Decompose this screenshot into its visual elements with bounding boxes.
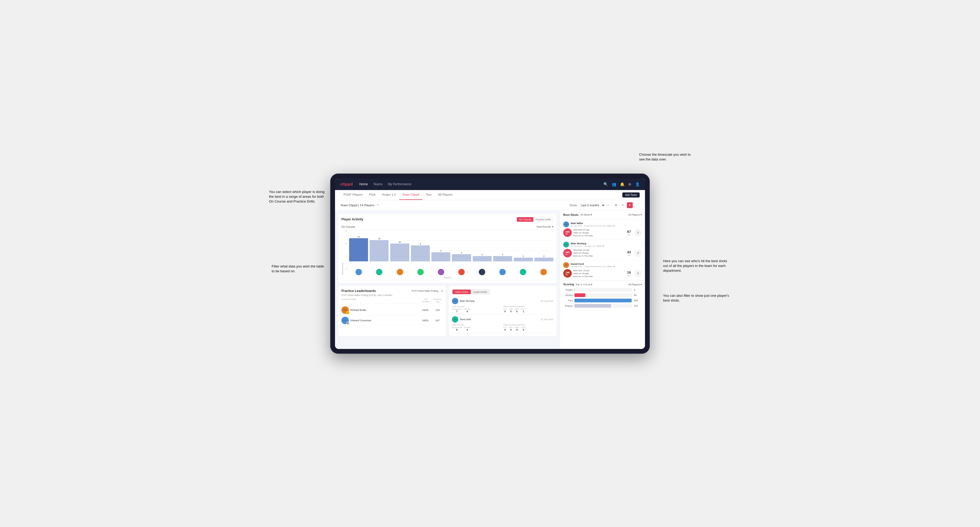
bars-row: 13 12 10 (349, 230, 554, 268)
tab-team-clippd[interactable]: Team Clippd (399, 190, 423, 200)
lb-filter[interactable]: PUTT Must Make Putting ... ▾ (412, 290, 443, 292)
bar-5 (452, 254, 471, 261)
stat-label-gtt-0: GTT (503, 308, 507, 310)
player-avatar-6 (479, 269, 485, 275)
player-avatar-9 (540, 269, 547, 275)
activity-toggle-group: On Course Practice Drills (517, 217, 554, 222)
scoring-fill-bogeys (574, 304, 611, 308)
nav-link-performance[interactable]: My Performance (388, 181, 412, 187)
tablet-screen: clippd Home Teams My Performance 🔍 👥 🔔 ⊕… (335, 178, 645, 349)
annotation-right-mid: Here you can see who's hit the best shot… (663, 259, 732, 273)
shot-metric-dist-2: 16 yds (625, 270, 633, 276)
users-icon[interactable]: 👥 (612, 182, 616, 186)
practice-drills-toggle[interactable]: Practice Drills (533, 217, 553, 222)
annotation-left-bottom: Filter what data you wish the table to b… (272, 264, 325, 274)
shot-card-1[interactable]: BM Blair McHarg 23 Jul 2023 · Ashridge G… (560, 240, 645, 260)
menu-view-button[interactable]: ⋮ (634, 202, 640, 208)
bell-icon[interactable]: 🔔 (620, 182, 625, 186)
tab-all-players[interactable]: All Players (435, 190, 456, 200)
scoring-players-filter[interactable]: All Players ▾ (628, 283, 642, 286)
scoring-label-bogeys: Bogeys (563, 305, 573, 307)
bars-container: 13 12 10 (349, 230, 554, 275)
shot-player-info-2: David Ford 24 Aug 2023 · Royal North Dev… (571, 262, 639, 268)
lb-rank-badge-0: 1 (346, 311, 349, 314)
bar-4 (431, 252, 450, 261)
stat-value-app-0: 0 (510, 310, 512, 313)
activity-player-header-0: BM Blair McHarg 26 Aug 2023 (452, 298, 554, 304)
stat-label-arg-0: ARG (515, 308, 519, 310)
edit-icon[interactable]: ✎ (377, 203, 379, 207)
shot-player-avatar-1: BM (563, 242, 569, 248)
activity-stat-app-1: APP 0 (509, 327, 513, 331)
shot-player-row-0: MM Matt Miller 09 Jun 2023 · Royal North… (563, 221, 642, 227)
bar-label-4: 5 (441, 250, 442, 252)
shot-card-2[interactable]: DF David Ford 24 Aug 2023 · Royal North … (560, 260, 645, 281)
shot-info-1: Shot Dist: 43 yds Start Lie: Rough End L… (573, 249, 623, 258)
stat-label-gtt-1: GTT (503, 327, 507, 329)
tab-pgat-players[interactable]: PGAT Players (340, 190, 366, 200)
view-icons: ⊞ ≡ ♥ ⋮ (613, 202, 640, 208)
plus-icon[interactable]: ⊕ (628, 182, 632, 186)
activity-stat-app-0: APP 0 (509, 308, 513, 313)
nav-link-home[interactable]: Home (359, 181, 368, 187)
user-icon[interactable]: 👤 (635, 182, 640, 186)
filter-label: Total Rounds (536, 225, 551, 228)
tab-hcaps[interactable]: Hcaps 1-5 (379, 190, 399, 200)
least-active-toggle[interactable]: Least Active (471, 290, 490, 294)
team-name-label: Team Clippd | 14 Players (340, 204, 374, 207)
activity-rounds-row-0: Tournament 7 Practice 6 (452, 308, 502, 313)
nav-link-teams[interactable]: Teams (373, 181, 382, 187)
lb-avg-1: 107 (432, 319, 443, 322)
activity-avatar-0: BM (452, 298, 458, 304)
shot-player-avatar-0: MM (563, 221, 569, 227)
chart-filter[interactable]: Total Rounds ▾ (536, 225, 554, 228)
list-view-button[interactable]: ≡ (620, 202, 626, 208)
activity-stat-practice-1: Practice 4 (464, 327, 471, 331)
search-icon[interactable]: 🔍 (603, 182, 608, 186)
lb-score-0: 19/20 (420, 308, 431, 311)
lb-avg-0: 110 (432, 308, 443, 311)
tab-pga[interactable]: PGA (366, 190, 379, 200)
shot-card-0[interactable]: MM Matt Miller 09 Jun 2023 · Royal North… (560, 219, 645, 240)
bar-group-3: 9 (411, 243, 430, 261)
activity-card: Most Active Least Active BM Blair McHarg (449, 286, 557, 336)
lb-row-0: RB 1 Richard Butler 19/20 110 (341, 305, 443, 316)
x-axis-label: Players (444, 276, 451, 279)
on-course-toggle[interactable]: On Course (517, 217, 533, 222)
scoring-label-pars: Pars (563, 299, 573, 302)
shots-filter[interactable]: All Shots ▾ (580, 213, 592, 216)
shot-player-detail-2: 24 Aug 2023 · Royal North Devon GC, Hole… (571, 265, 639, 268)
shot-player-detail-0: 09 Jun 2023 · Royal North Devon GC, Hole… (571, 225, 639, 227)
players-filter[interactable]: All Players ▾ (628, 213, 642, 216)
grid-view-button[interactable]: ⊞ (613, 202, 619, 208)
bar-group-2: 10 (390, 241, 409, 261)
scoring-value-pars: 499 (634, 299, 642, 302)
activity-player-info-1: RB Rees Britt (452, 316, 471, 322)
most-active-toggle[interactable]: Most Active (452, 290, 471, 294)
scoring-track-eagles (574, 288, 632, 292)
player-avatar-0 (355, 269, 362, 275)
activity-stat-practice-0: Practice 6 (464, 308, 471, 313)
shot-metric-dist-0: 67 yds (625, 230, 633, 236)
player-avatar-8 (520, 269, 526, 275)
bottom-cards: Practice Leaderboards PUTT Must Make Put… (338, 286, 557, 336)
heart-view-button[interactable]: ♥ (627, 202, 633, 208)
scoring-filter[interactable]: Par 3, 4 & 5s ▾ (576, 283, 592, 286)
activity-practice-row-0: GTT 0 APP 0 (503, 308, 554, 313)
grid-line-top (349, 230, 554, 230)
shot-player-avatar-2: DF (563, 262, 569, 268)
bar-label-5: 4 (461, 252, 462, 254)
shot-player-row-2: DF David Ford 24 Aug 2023 · Royal North … (563, 262, 642, 268)
scoring-fill-pars (574, 298, 632, 302)
add-team-button[interactable]: Add Team (622, 192, 640, 197)
chart-sub-title: On Course (341, 225, 355, 229)
nav-links: Home Teams My Performance (359, 181, 597, 187)
activity-stats-1: Total Rounds Tournament 8 Practice (452, 324, 554, 331)
y-label-5: 5 (346, 255, 348, 257)
player-avatars-row (349, 269, 554, 275)
shot-badge-0: 200 SG (563, 229, 572, 237)
tab-tour[interactable]: Tour (422, 190, 434, 200)
activity-header: Most Active Least Active (452, 289, 554, 295)
time-select[interactable]: Last 3 months Last 6 months Last 12 mont… (580, 203, 605, 207)
bar-9 (535, 258, 554, 261)
